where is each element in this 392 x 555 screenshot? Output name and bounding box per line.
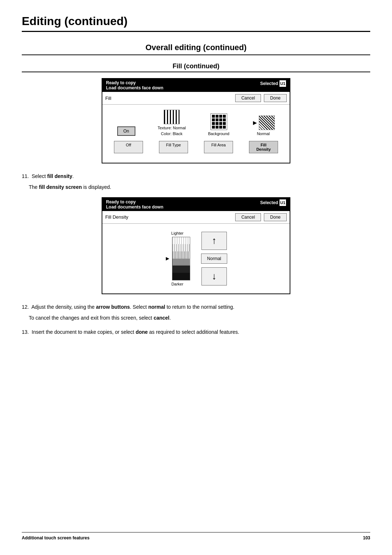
instruction-12-p: 12. Adjust the density, using the arrow … xyxy=(22,303,370,311)
screen1-done-btn[interactable]: Done xyxy=(264,94,287,102)
density-right: ↑ Normal ↓ xyxy=(201,232,228,285)
fill-density-line1: Fill xyxy=(261,143,266,147)
screen2-load-text: Load documents face down xyxy=(106,204,163,210)
density-seg-2 xyxy=(172,244,190,251)
fill-buttons-row: Off Fill Type Fill Area Fill Density xyxy=(106,141,286,153)
instruction-12: 12. Adjust the density, using the arrow … xyxy=(22,303,370,322)
density-normal-btn[interactable]: Normal xyxy=(201,254,228,264)
screen2-header-left: Ready to copy Load documents face down xyxy=(106,199,163,210)
page-title: Editing (continued) xyxy=(22,15,370,32)
footer-page-number: 103 xyxy=(363,535,370,540)
density-seg-1 xyxy=(172,237,190,244)
screen2-toolbar: Fill Density Cancel Done xyxy=(102,211,290,224)
grid-cell xyxy=(219,118,222,121)
texture-label2: Color: Black xyxy=(161,131,182,136)
grid-cell xyxy=(223,126,226,129)
normal-option-wrapper: ► xyxy=(252,116,275,130)
grid-cell xyxy=(216,118,219,121)
grid-cell xyxy=(212,126,215,129)
subsection-title: Fill (continued) xyxy=(22,62,370,72)
density-seg-5 xyxy=(172,266,190,273)
grid-cell xyxy=(216,126,219,129)
screen2-cancel-btn[interactable]: Cancel xyxy=(235,213,261,221)
screen1-header: Ready to copy Load documents face down S… xyxy=(102,79,290,92)
screen2-corner: U1 xyxy=(279,199,286,206)
screen1-load-text: Load documents face down xyxy=(106,85,163,90)
screen1-cancel-btn[interactable]: Cancel xyxy=(235,94,261,102)
texture-label1: Texture: Normal xyxy=(158,126,186,130)
grid-cell xyxy=(216,115,219,118)
fill-options-row: On Texture: Normal Color: Black xyxy=(106,110,286,136)
screen2-selected-label: Selected xyxy=(260,200,278,205)
arrow-buttons-bold: arrow buttons xyxy=(96,304,130,310)
density-seg-6 xyxy=(172,273,190,280)
grid-cell xyxy=(219,122,222,125)
grid-cell xyxy=(223,115,226,118)
section-title: Overall editing (continued) xyxy=(22,43,370,55)
dense-pattern-icon xyxy=(259,116,275,130)
instruction-12b-p: To cancel the changes and exit from this… xyxy=(22,314,370,322)
instruction-11b-p: The fill density screen is displayed. xyxy=(22,183,370,191)
cancel-bold: cancel xyxy=(154,315,170,321)
step-12: 12. xyxy=(22,304,29,310)
fill-option-normal: ► Normal xyxy=(252,116,275,136)
fill-option-texture: Texture: Normal Color: Black xyxy=(158,110,186,136)
screen2-done-btn[interactable]: Done xyxy=(264,213,287,221)
grid-cell xyxy=(223,118,226,121)
normal-bold: normal xyxy=(148,304,165,310)
density-up-btn[interactable]: ↑ xyxy=(201,232,227,250)
screen1-toolbar-label: Fill xyxy=(105,96,232,101)
off-btn[interactable]: Off xyxy=(114,141,143,153)
fill-option-on: On xyxy=(117,126,135,136)
fill-density-screen-bold: fill density screen xyxy=(39,184,82,190)
screen1-ready-text: Ready to copy xyxy=(106,80,163,85)
screen1-body: On Texture: Normal Color: Black xyxy=(102,105,290,163)
instruction-13-p: 13. Insert the document to make copies, … xyxy=(22,328,370,336)
done-bold: done xyxy=(136,329,148,335)
grid-cell xyxy=(212,115,215,118)
density-bar xyxy=(172,237,190,280)
fill-area-btn[interactable]: Fill Area xyxy=(204,141,233,153)
instruction-13: 13. Insert the document to make copies, … xyxy=(22,328,370,336)
background-icon xyxy=(211,113,227,130)
grid-cell xyxy=(219,126,222,129)
fill-density-line2: Density xyxy=(256,147,271,151)
screen1-corner: U1 xyxy=(279,80,286,87)
screen1-header-left: Ready to copy Load documents face down xyxy=(106,80,163,90)
screen2-header-right: Selected U1 xyxy=(260,199,286,206)
fill-density-btn[interactable]: Fill Density xyxy=(249,141,278,153)
fill-type-btn[interactable]: Fill Type xyxy=(159,141,188,153)
darker-label: Darker xyxy=(171,282,183,286)
page-footer: Additional touch screen features 103 xyxy=(22,532,370,540)
lighter-label: Lighter xyxy=(171,231,184,235)
grid-cell xyxy=(212,118,215,121)
page-container: Editing (continued) Overall editing (con… xyxy=(0,0,392,371)
density-seg-3 xyxy=(172,251,190,259)
density-bar-container: ► xyxy=(165,237,190,280)
step-11: 11. xyxy=(22,173,29,179)
grid-cell xyxy=(216,122,219,125)
fill-option-background: Background xyxy=(208,113,229,136)
arrow-right-icon: ► xyxy=(252,116,258,130)
background-label: Background xyxy=(208,131,229,136)
grid-cell xyxy=(219,115,222,118)
screen1-toolbar: Fill Cancel Done xyxy=(102,92,290,105)
screen1-selected-label: Selected xyxy=(260,81,278,86)
fill-density-bold: fill density xyxy=(47,173,72,179)
density-down-btn[interactable]: ↓ xyxy=(201,267,227,285)
screen2-toolbar-label: Fill Density xyxy=(105,214,232,220)
screen1-header-right: Selected U1 xyxy=(260,80,286,87)
instruction-11: 11. Select fill density. The fill densit… xyxy=(22,172,370,191)
density-current-arrow: ► xyxy=(165,255,171,262)
grid-cell xyxy=(212,122,215,125)
step-13: 13. xyxy=(22,329,29,335)
texture-pattern-icon xyxy=(164,110,180,124)
fill-screen-mockup: Ready to copy Load documents face down S… xyxy=(102,78,290,163)
density-left: Lighter ► Darker xyxy=(165,231,190,286)
density-seg-4 xyxy=(172,259,190,266)
on-btn[interactable]: On xyxy=(117,126,135,136)
instruction-11-p: 11. Select fill density. xyxy=(22,172,370,180)
fill-density-screen-mockup: Ready to copy Load documents face down S… xyxy=(102,197,290,294)
density-body: Lighter ► Darker ↑ xyxy=(102,224,290,293)
screen2-ready-text: Ready to copy xyxy=(106,199,163,204)
